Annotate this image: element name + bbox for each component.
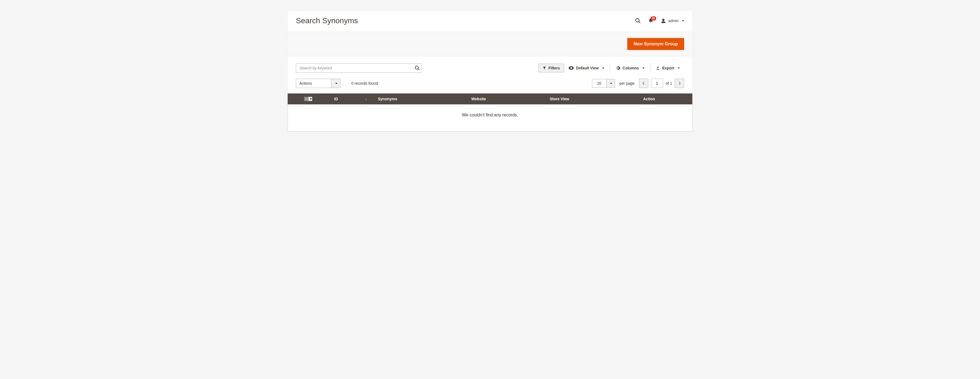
column-header-checkbox[interactable] — [288, 94, 329, 105]
chevron-left-icon — [642, 81, 645, 85]
action-bar: New Synonym Group — [288, 32, 692, 56]
pager-current-input[interactable] — [651, 79, 663, 88]
admin-page: Search Synonyms 39 admin New Synonym Gro… — [288, 11, 692, 132]
column-header-synonyms[interactable]: Synonyms — [372, 94, 466, 105]
keyword-search — [296, 63, 422, 73]
records-found-label: 0 records found — [352, 81, 378, 86]
export-icon — [656, 66, 660, 70]
column-header-website[interactable]: Website — [466, 94, 544, 105]
svg-point-2 — [662, 19, 665, 21]
svg-point-3 — [415, 66, 418, 70]
chevron-down-icon — [310, 98, 312, 100]
separator — [610, 63, 610, 72]
chevron-down-icon — [335, 83, 337, 84]
export-label: Export — [662, 66, 674, 70]
filters-button[interactable]: Filters — [538, 63, 564, 72]
mass-actions-toggle[interactable] — [331, 79, 340, 88]
column-header-id[interactable]: ID ↓ — [329, 94, 372, 105]
notifications-button[interactable]: 39 — [648, 18, 654, 24]
columns-button[interactable]: Columns — [611, 63, 649, 73]
gear-icon — [616, 66, 620, 70]
page-size-toggle[interactable] — [606, 79, 615, 87]
svg-point-0 — [636, 19, 639, 22]
export-button[interactable]: Export — [651, 63, 684, 72]
chevron-down-icon — [602, 68, 604, 69]
mass-actions-dropdown[interactable]: Actions — [296, 79, 340, 88]
eye-icon — [568, 66, 574, 70]
per-page-label: per page — [619, 81, 635, 86]
select-all-checkbox[interactable] — [304, 97, 312, 101]
view-label: Default View — [576, 66, 599, 70]
page-header: Search Synonyms 39 admin — [288, 11, 692, 32]
user-label: admin — [668, 19, 679, 23]
columns-label: Columns — [623, 66, 639, 70]
pager-total-label: of 1 — [666, 81, 672, 86]
svg-line-1 — [639, 22, 640, 23]
user-menu[interactable]: admin — [660, 18, 684, 24]
pager-next-button[interactable] — [675, 79, 684, 88]
pager: of 1 — [639, 79, 684, 88]
sub-toolbar-right: 20 per page of 1 — [592, 79, 684, 88]
global-search-button[interactable] — [635, 18, 641, 24]
toolbar-right: Filters Default View Columns Export — [538, 63, 684, 73]
column-label: Website — [471, 97, 486, 101]
header-actions: 39 admin — [635, 18, 684, 24]
page-size-value: 20 — [592, 79, 606, 87]
grid-header-row: ID ↓ Synonyms Website Store View Action — [288, 94, 692, 105]
chevron-down-icon — [642, 68, 644, 69]
column-label: Synonyms — [378, 97, 397, 101]
page-size-selector[interactable]: 20 — [592, 79, 615, 88]
search-icon — [415, 65, 420, 71]
column-label: ID — [334, 97, 338, 101]
mass-actions-label: Actions — [296, 79, 331, 88]
sub-toolbar-left: Actions 0 records found — [296, 79, 378, 88]
chevron-right-icon — [678, 81, 681, 85]
notification-badge: 39 — [651, 16, 656, 21]
grid-toolbar: Filters Default View Columns Export — [288, 56, 692, 76]
page-title: Search Synonyms — [296, 16, 358, 25]
grid-empty-message: We couldn't find any records. — [288, 105, 692, 132]
default-view-button[interactable]: Default View — [564, 63, 609, 72]
svg-line-4 — [418, 69, 420, 70]
chevron-down-icon — [682, 20, 684, 22]
column-label: Action — [643, 97, 655, 101]
grid-sub-toolbar: Actions 0 records found 20 per page of 1 — [288, 76, 692, 94]
chevron-down-icon — [678, 68, 680, 69]
user-icon — [660, 18, 666, 24]
filters-label: Filters — [549, 66, 560, 70]
separator — [650, 63, 650, 72]
search-icon — [635, 18, 641, 24]
column-label: Store View — [550, 97, 569, 101]
select-all-dropdown[interactable] — [309, 97, 312, 101]
new-synonym-group-button[interactable]: New Synonym Group — [627, 38, 684, 50]
column-header-action: Action — [638, 94, 692, 105]
keyword-search-input[interactable] — [296, 63, 422, 73]
checkbox-icon — [304, 97, 309, 101]
pager-prev-button[interactable] — [639, 79, 648, 88]
filter-icon — [542, 66, 546, 70]
data-grid: ID ↓ Synonyms Website Store View Action … — [288, 94, 692, 132]
sort-descending-icon: ↓ — [365, 97, 367, 101]
keyword-search-button[interactable] — [415, 65, 420, 71]
chevron-down-icon — [610, 83, 612, 84]
column-header-store-view[interactable]: Store View — [544, 94, 638, 105]
